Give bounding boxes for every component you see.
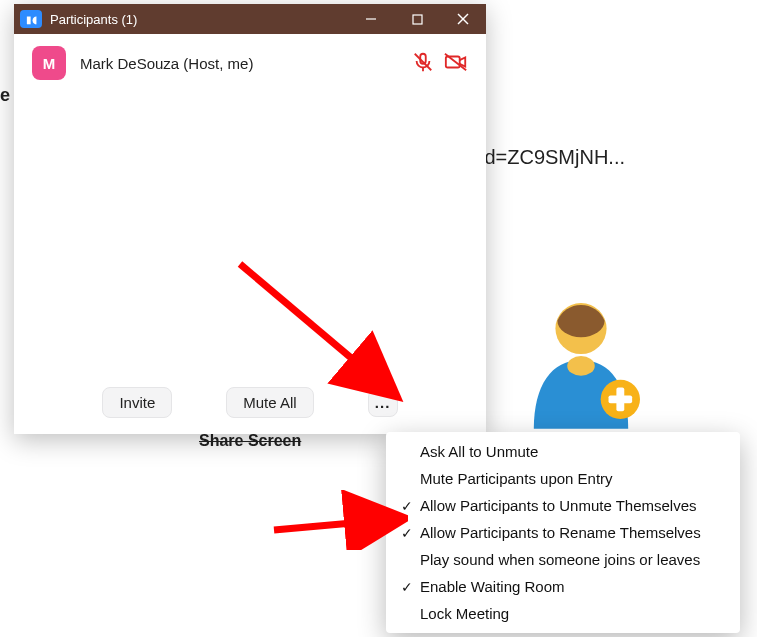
menu-item-label: Mute Participants upon Entry <box>420 470 613 487</box>
avatar: M <box>32 46 66 80</box>
participant-row[interactable]: M Mark DeSouza (Host, me) <box>14 34 486 92</box>
menu-item-0[interactable]: Ask All to Unmute <box>386 438 740 465</box>
svg-rect-12 <box>446 56 460 67</box>
background-text-left: e <box>0 85 10 106</box>
background-text-pwd: wd=ZC9SMjNH... <box>470 146 625 169</box>
close-button[interactable] <box>440 4 486 34</box>
zoom-icon: ▮◖ <box>20 10 42 28</box>
menu-item-label: Allow Participants to Rename Themselves <box>420 524 701 541</box>
menu-item-label: Allow Participants to Unmute Themselves <box>420 497 697 514</box>
annotation-arrow-top <box>232 256 412 426</box>
background-text-share: Share Screen <box>199 432 301 450</box>
titlebar: ▮◖ Participants (1) <box>14 4 486 34</box>
annotation-arrow-bottom <box>268 490 408 550</box>
menu-item-label: Ask All to Unmute <box>420 443 538 460</box>
svg-line-14 <box>240 264 382 384</box>
add-user-illustration <box>522 290 640 430</box>
menu-item-4[interactable]: Play sound when someone joins or leaves <box>386 546 740 573</box>
participant-name: Mark DeSouza (Host, me) <box>80 55 402 72</box>
menu-item-1[interactable]: Mute Participants upon Entry <box>386 465 740 492</box>
camera-off-icon <box>444 51 468 76</box>
checkmark-icon: ✓ <box>398 579 416 595</box>
menu-item-6[interactable]: Lock Meeting <box>386 600 740 627</box>
svg-line-15 <box>274 520 386 530</box>
svg-point-1 <box>567 356 595 376</box>
svg-rect-4 <box>609 395 633 403</box>
menu-item-3[interactable]: ✓Allow Participants to Rename Themselves <box>386 519 740 546</box>
window-title: Participants (1) <box>50 12 348 27</box>
menu-item-label: Lock Meeting <box>420 605 509 622</box>
minimize-button[interactable] <box>348 4 394 34</box>
mic-muted-icon <box>412 51 434 76</box>
svg-rect-6 <box>413 15 422 24</box>
menu-item-5[interactable]: ✓Enable Waiting Room <box>386 573 740 600</box>
maximize-button[interactable] <box>394 4 440 34</box>
menu-item-label: Play sound when someone joins or leaves <box>420 551 700 568</box>
menu-item-label: Enable Waiting Room <box>420 578 565 595</box>
invite-button[interactable]: Invite <box>102 387 172 418</box>
more-options-menu: Ask All to UnmuteMute Participants upon … <box>386 432 740 633</box>
menu-item-2[interactable]: ✓Allow Participants to Unmute Themselves <box>386 492 740 519</box>
